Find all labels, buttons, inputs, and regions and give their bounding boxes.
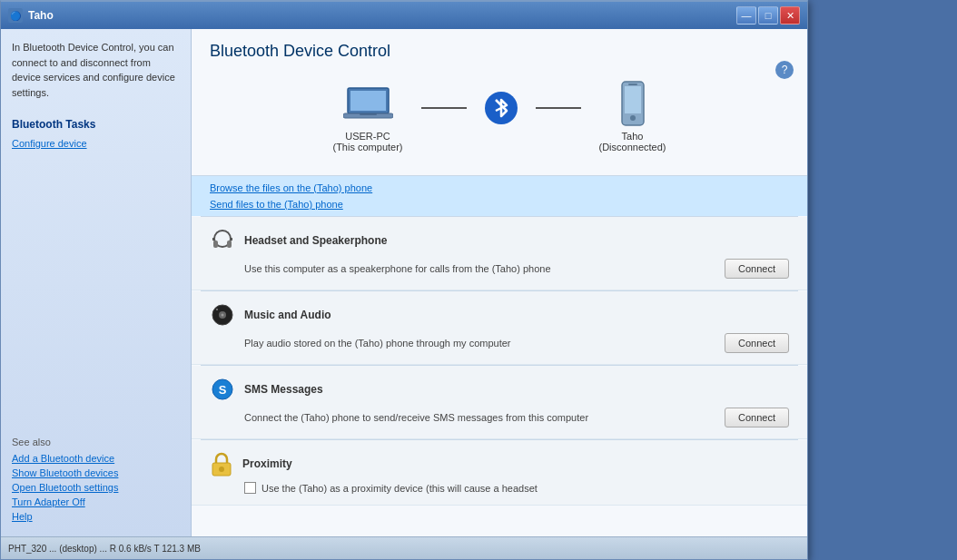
- audio-description: Play audio stored on the (Taho) phone th…: [244, 338, 711, 349]
- browse-files-link[interactable]: Browse the files on the (Taho) phone: [210, 180, 789, 196]
- line-left: [421, 107, 467, 109]
- sms-service-card: S SMS Messages Connect the (Taho) phone …: [192, 366, 807, 439]
- headset-body: Use this computer as a speakerphone for …: [210, 259, 789, 279]
- maximize-button[interactable]: □: [758, 6, 778, 25]
- send-files-link[interactable]: Send files to the (Taho) phone: [210, 196, 789, 212]
- headset-name: Headset and Speakerphone: [244, 234, 387, 247]
- audio-body: Play audio stored on the (Taho) phone th…: [210, 333, 789, 353]
- lock-icon: [210, 451, 233, 476]
- audio-connect-button[interactable]: Connect: [725, 333, 789, 353]
- sms-header: S SMS Messages: [210, 377, 789, 402]
- svg-point-6: [630, 115, 636, 121]
- connector-left: [421, 107, 467, 109]
- configure-device-link[interactable]: Configure device: [12, 138, 180, 149]
- headset-header: Headset and Speakerphone: [210, 228, 789, 253]
- line-right: [536, 107, 581, 109]
- title-controls: — □ ✕: [736, 6, 800, 25]
- headset-icon: [210, 228, 235, 253]
- sms-connect-button[interactable]: Connect: [725, 408, 789, 427]
- help-icon-button[interactable]: ?: [775, 61, 794, 79]
- window-title: Taho: [28, 9, 54, 22]
- proximity-name: Proximity: [242, 457, 292, 470]
- panel-header: Bluetooth Device Control: [192, 29, 807, 176]
- sms-icon: S: [210, 377, 235, 402]
- sidebar-description: In Bluetooth Device Control, you can con…: [12, 40, 180, 100]
- connector-right: [536, 107, 581, 109]
- proximity-card: Proximity Use the (Taho) as a proximity …: [192, 440, 807, 506]
- title-bar-left: 🔵 Taho: [8, 8, 54, 23]
- proximity-body: Use the (Taho) as a proximity device (th…: [210, 482, 789, 494]
- laptop-icon: [340, 81, 395, 126]
- svg-rect-7: [628, 84, 637, 85]
- headset-connect-button[interactable]: Connect: [725, 259, 789, 279]
- audio-header: Music and Audio: [210, 302, 789, 328]
- status-text: PHT_320 ... (desktop) ... R 0.6 kB/s T 1…: [8, 544, 201, 554]
- minimize-button[interactable]: —: [736, 6, 756, 25]
- panel-title: Bluetooth Device Control: [210, 42, 789, 61]
- show-bt-devices-link[interactable]: Show Bluetooth devices: [12, 467, 180, 478]
- service-area: Browse the files on the (Taho) phone Sen…: [192, 176, 807, 536]
- svg-rect-5: [625, 86, 641, 113]
- see-also-title: See also: [12, 437, 180, 447]
- add-bt-device-link[interactable]: Add a Bluetooth device: [12, 453, 180, 464]
- sidebar: In Bluetooth Device Control, you can con…: [1, 29, 192, 536]
- sidebar-spacer: [12, 152, 180, 437]
- svg-text:S: S: [219, 383, 227, 397]
- sms-description: Connect the (Taho) phone to send/receive…: [244, 412, 711, 423]
- sms-body: Connect the (Taho) phone to send/receive…: [210, 408, 789, 427]
- proximity-header: Proximity: [210, 451, 789, 476]
- window-icon: 🔵: [8, 8, 23, 23]
- svg-point-20: [219, 467, 224, 472]
- proximity-checkbox[interactable]: [244, 482, 256, 494]
- svg-rect-10: [227, 241, 232, 248]
- device-diagram: USER-PC (This computer): [210, 72, 789, 166]
- svg-point-16: [216, 309, 218, 310]
- audio-service-card: Music and Audio Play audio stored on the…: [192, 291, 807, 365]
- close-button[interactable]: ✕: [780, 6, 800, 25]
- svg-rect-1: [350, 91, 386, 111]
- remote-device-label: Taho (Disconnected): [599, 131, 666, 152]
- headset-service-card: Headset and Speakerphone Use this comput…: [192, 217, 807, 290]
- sms-name: SMS Messages: [244, 383, 323, 396]
- svg-rect-9: [213, 241, 218, 248]
- proximity-description: Use the (Taho) as a proximity device (th…: [261, 483, 538, 494]
- headset-description: Use this computer as a speakerphone for …: [244, 263, 711, 274]
- local-device: USER-PC (This computer): [332, 81, 402, 152]
- main-window: 🔵 Taho — □ ✕ In Bluetooth Device Control…: [0, 0, 808, 560]
- turn-adapter-off-link[interactable]: Turn Adapter Off: [12, 496, 180, 507]
- music-icon: [210, 302, 235, 328]
- right-panel: ? Bluetooth Device Control: [192, 29, 807, 536]
- audio-name: Music and Audio: [244, 309, 331, 321]
- open-bt-settings-link[interactable]: Open Bluetooth settings: [12, 482, 180, 493]
- bluetooth-symbol: [485, 92, 518, 124]
- highlighted-services: Browse the files on the (Taho) phone Sen…: [192, 176, 807, 216]
- remote-device: Taho (Disconnected): [599, 81, 666, 152]
- main-content: In Bluetooth Device Control, you can con…: [1, 29, 807, 536]
- bluetooth-icon: [485, 92, 518, 124]
- local-device-label: USER-PC (This computer): [332, 131, 402, 152]
- help-link[interactable]: Help: [12, 511, 180, 522]
- svg-point-15: [222, 314, 224, 317]
- bluetooth-tasks-title: Bluetooth Tasks: [12, 118, 180, 131]
- phone-icon: [606, 81, 660, 126]
- title-bar: 🔵 Taho — □ ✕: [1, 2, 807, 29]
- service-list[interactable]: Browse the files on the (Taho) phone Sen…: [192, 176, 807, 536]
- svg-rect-3: [360, 113, 377, 115]
- status-bar: PHT_320 ... (desktop) ... R 0.6 kB/s T 1…: [1, 536, 807, 559]
